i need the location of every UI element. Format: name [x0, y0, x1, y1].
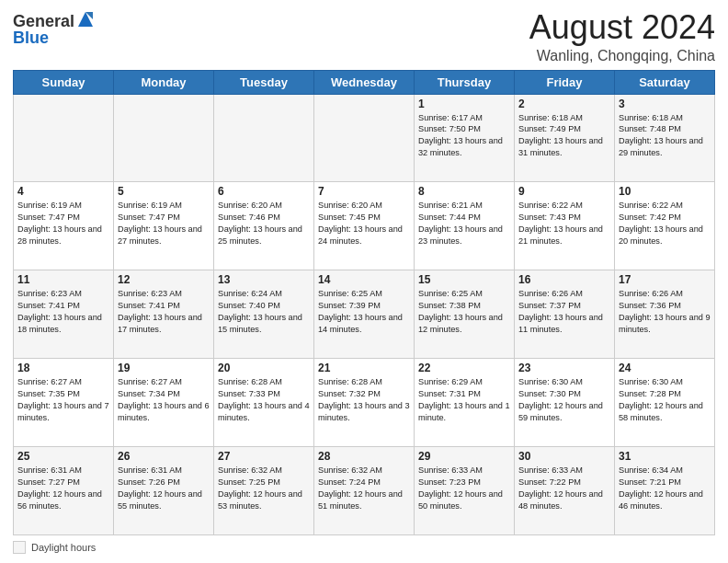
calendar-day-cell: 22Sunrise: 6:29 AM Sunset: 7:31 PM Dayli… [415, 359, 515, 447]
day-number: 5 [118, 185, 210, 198]
day-info: Sunrise: 6:27 AM Sunset: 7:35 PM Dayligh… [17, 376, 109, 424]
main-title: August 2024 [529, 9, 715, 46]
day-info: Sunrise: 6:28 AM Sunset: 7:32 PM Dayligh… [318, 376, 410, 424]
day-info: Sunrise: 6:18 AM Sunset: 7:48 PM Dayligh… [619, 112, 711, 160]
day-number: 21 [318, 362, 410, 374]
day-of-week-header: Thursday [415, 70, 515, 94]
day-info: Sunrise: 6:30 AM Sunset: 7:28 PM Dayligh… [619, 376, 711, 424]
day-number: 6 [218, 185, 310, 198]
title-section: August 2024 Wanling, Chongqing, China [529, 9, 715, 64]
legend: Daylight hours [13, 541, 715, 554]
calendar-day-cell: 27Sunrise: 6:32 AM Sunset: 7:25 PM Dayli… [214, 447, 314, 535]
day-number: 18 [17, 362, 109, 374]
day-info: Sunrise: 6:22 AM Sunset: 7:43 PM Dayligh… [518, 200, 610, 247]
legend-box [13, 541, 26, 554]
calendar-day-cell: 10Sunrise: 6:22 AM Sunset: 7:42 PM Dayli… [615, 182, 715, 270]
day-info: Sunrise: 6:25 AM Sunset: 7:39 PM Dayligh… [318, 288, 410, 336]
day-number: 14 [318, 273, 410, 286]
day-info: Sunrise: 6:21 AM Sunset: 7:44 PM Dayligh… [418, 200, 510, 247]
day-of-week-header: Wednesday [314, 70, 415, 94]
day-info: Sunrise: 6:23 AM Sunset: 7:41 PM Dayligh… [118, 288, 210, 336]
day-number: 4 [17, 185, 109, 198]
day-number: 8 [418, 185, 510, 198]
day-number: 31 [619, 450, 711, 463]
day-number: 19 [118, 362, 210, 374]
calendar-table: SundayMondayTuesdayWednesdayThursdayFrid… [13, 70, 715, 535]
calendar-day-cell [214, 94, 314, 182]
calendar-day-cell: 8Sunrise: 6:21 AM Sunset: 7:44 PM Daylig… [415, 182, 515, 270]
calendar-day-cell [14, 94, 114, 182]
day-info: Sunrise: 6:27 AM Sunset: 7:34 PM Dayligh… [118, 376, 210, 424]
day-info: Sunrise: 6:22 AM Sunset: 7:42 PM Dayligh… [619, 200, 711, 247]
logo: General Blue [13, 13, 95, 48]
calendar-day-cell [314, 94, 415, 182]
day-info: Sunrise: 6:20 AM Sunset: 7:45 PM Dayligh… [318, 200, 410, 247]
day-of-week-header: Tuesday [214, 70, 314, 94]
calendar-week-row: 18Sunrise: 6:27 AM Sunset: 7:35 PM Dayli… [14, 359, 715, 447]
day-number: 1 [418, 98, 510, 110]
day-info: Sunrise: 6:19 AM Sunset: 7:47 PM Dayligh… [17, 200, 109, 247]
calendar-day-cell: 31Sunrise: 6:34 AM Sunset: 7:21 PM Dayli… [615, 447, 715, 535]
day-info: Sunrise: 6:17 AM Sunset: 7:50 PM Dayligh… [418, 112, 510, 160]
calendar-day-cell: 6Sunrise: 6:20 AM Sunset: 7:46 PM Daylig… [214, 182, 314, 270]
calendar-day-cell: 16Sunrise: 6:26 AM Sunset: 7:37 PM Dayli… [515, 270, 615, 359]
day-number: 13 [218, 273, 310, 286]
calendar-day-cell: 18Sunrise: 6:27 AM Sunset: 7:35 PM Dayli… [14, 359, 114, 447]
calendar-day-cell: 14Sunrise: 6:25 AM Sunset: 7:39 PM Dayli… [314, 270, 415, 359]
day-info: Sunrise: 6:30 AM Sunset: 7:30 PM Dayligh… [518, 376, 610, 424]
day-number: 3 [619, 98, 711, 110]
day-number: 25 [17, 450, 109, 463]
day-number: 16 [518, 273, 610, 286]
day-info: Sunrise: 6:18 AM Sunset: 7:49 PM Dayligh… [518, 112, 610, 160]
day-number: 27 [218, 450, 310, 463]
day-info: Sunrise: 6:25 AM Sunset: 7:38 PM Dayligh… [418, 288, 510, 336]
calendar-day-cell: 25Sunrise: 6:31 AM Sunset: 7:27 PM Dayli… [14, 447, 114, 535]
day-info: Sunrise: 6:31 AM Sunset: 7:26 PM Dayligh… [118, 465, 210, 512]
day-number: 17 [619, 273, 711, 286]
header: General Blue August 2024 Wanling, Chongq… [13, 9, 715, 64]
day-number: 20 [218, 362, 310, 374]
logo-icon [76, 8, 95, 30]
day-number: 9 [518, 185, 610, 198]
calendar-day-cell: 26Sunrise: 6:31 AM Sunset: 7:26 PM Dayli… [114, 447, 214, 535]
day-number: 23 [518, 362, 610, 374]
calendar-week-row: 4Sunrise: 6:19 AM Sunset: 7:47 PM Daylig… [14, 182, 715, 270]
day-info: Sunrise: 6:32 AM Sunset: 7:25 PM Dayligh… [218, 465, 310, 512]
day-info: Sunrise: 6:26 AM Sunset: 7:37 PM Dayligh… [518, 288, 610, 336]
day-of-week-header: Monday [114, 70, 214, 94]
calendar-day-cell: 30Sunrise: 6:33 AM Sunset: 7:22 PM Dayli… [515, 447, 615, 535]
calendar-day-cell: 4Sunrise: 6:19 AM Sunset: 7:47 PM Daylig… [14, 182, 114, 270]
day-info: Sunrise: 6:23 AM Sunset: 7:41 PM Dayligh… [17, 288, 109, 336]
day-number: 26 [118, 450, 210, 463]
day-info: Sunrise: 6:29 AM Sunset: 7:31 PM Dayligh… [418, 376, 510, 424]
day-number: 30 [518, 450, 610, 463]
day-of-week-header: Friday [515, 70, 615, 94]
calendar-day-cell: 2Sunrise: 6:18 AM Sunset: 7:49 PM Daylig… [515, 94, 615, 182]
calendar-day-cell [114, 94, 214, 182]
calendar-day-cell: 9Sunrise: 6:22 AM Sunset: 7:43 PM Daylig… [515, 182, 615, 270]
logo-blue-text: Blue [13, 29, 49, 47]
day-of-week-header: Saturday [615, 70, 715, 94]
calendar-day-cell: 11Sunrise: 6:23 AM Sunset: 7:41 PM Dayli… [14, 270, 114, 359]
day-info: Sunrise: 6:32 AM Sunset: 7:24 PM Dayligh… [318, 465, 410, 512]
day-number: 28 [318, 450, 410, 463]
day-number: 24 [619, 362, 711, 374]
calendar-day-cell: 23Sunrise: 6:30 AM Sunset: 7:30 PM Dayli… [515, 359, 615, 447]
day-number: 15 [418, 273, 510, 286]
day-number: 7 [318, 185, 410, 198]
day-number: 12 [118, 273, 210, 286]
calendar-day-cell: 29Sunrise: 6:33 AM Sunset: 7:23 PM Dayli… [415, 447, 515, 535]
day-info: Sunrise: 6:31 AM Sunset: 7:27 PM Dayligh… [17, 465, 109, 512]
calendar-day-cell: 12Sunrise: 6:23 AM Sunset: 7:41 PM Dayli… [114, 270, 214, 359]
calendar-week-row: 1Sunrise: 6:17 AM Sunset: 7:50 PM Daylig… [14, 94, 715, 182]
day-info: Sunrise: 6:24 AM Sunset: 7:40 PM Dayligh… [218, 288, 310, 336]
calendar-day-cell: 19Sunrise: 6:27 AM Sunset: 7:34 PM Dayli… [114, 359, 214, 447]
day-number: 2 [518, 98, 610, 110]
calendar-day-cell: 13Sunrise: 6:24 AM Sunset: 7:40 PM Dayli… [214, 270, 314, 359]
calendar-week-row: 25Sunrise: 6:31 AM Sunset: 7:27 PM Dayli… [14, 447, 715, 535]
calendar-day-cell: 20Sunrise: 6:28 AM Sunset: 7:33 PM Dayli… [214, 359, 314, 447]
day-number: 10 [619, 185, 711, 198]
day-info: Sunrise: 6:19 AM Sunset: 7:47 PM Dayligh… [118, 200, 210, 247]
day-number: 29 [418, 450, 510, 463]
calendar-day-cell: 3Sunrise: 6:18 AM Sunset: 7:48 PM Daylig… [615, 94, 715, 182]
